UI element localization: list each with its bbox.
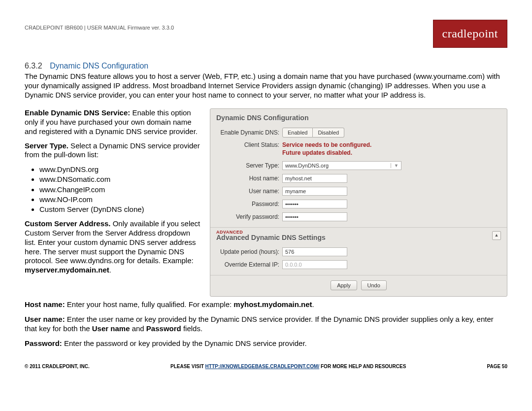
footer-link[interactable]: HTTP://KNOWLEDGEBASE.CRADLEPOINT.COM/ <box>205 364 320 369</box>
disabled-button[interactable]: Disabled <box>313 128 344 137</box>
collapse-icon[interactable]: ▲ <box>492 231 501 240</box>
user-name-desc: User name: Enter the user name or key pr… <box>25 314 507 334</box>
provider-list: www.DynDNS.org www.DNSomatic.com www.Cha… <box>39 165 201 214</box>
panel-title: Dynamic DNS Configuration <box>210 109 507 126</box>
footer-help: PLEASE VISIT HTTP://KNOWLEDGEBASE.CRADLE… <box>170 364 406 369</box>
server-type-desc: Server Type. Select a Dynamic DNS servic… <box>25 141 201 160</box>
override-ip-input[interactable]: 0.0.0.0 <box>282 260 347 269</box>
config-panel: Dynamic DNS Configuration Enable Dynamic… <box>210 108 507 297</box>
footer-copyright: © 2011 CRADLEPOINT, INC. <box>25 364 90 369</box>
section-number: 6.3.2 <box>25 62 42 70</box>
advanced-title: Advanced Dynamic DNS Settings <box>216 234 326 241</box>
server-type-select[interactable]: www.DynDNS.org ▼ <box>282 161 401 170</box>
user-name-label: User name: <box>216 188 282 195</box>
client-status-value: Service needs to be configured. <box>282 141 371 148</box>
chevron-down-icon: ▼ <box>391 163 399 168</box>
section-title: Dynamic DNS Configuration <box>50 62 148 70</box>
enable-desc: Enable Dynamic DNS Service: Enable this … <box>25 108 201 136</box>
user-name-input[interactable]: myname <box>282 187 347 196</box>
custom-server-desc: Custom Server Address. Only available if… <box>25 219 201 275</box>
list-item: www.DynDNS.org <box>39 165 201 174</box>
password-desc: Password: Enter the password or key prov… <box>25 339 507 348</box>
intro-paragraph: The Dynamic DNS feature allows you to ho… <box>25 72 507 100</box>
footer-page: PAGE 50 <box>487 364 507 369</box>
undo-button[interactable]: Undo <box>361 280 387 290</box>
list-item: Custom Server (DynDNS clone) <box>39 205 201 214</box>
list-item: www.DNSomatic.com <box>39 174 201 184</box>
client-status-label: Client Status: <box>216 141 282 148</box>
verify-password-input[interactable]: ••••••• <box>282 212 347 221</box>
list-item: www.NO-IP.com <box>39 195 201 205</box>
host-name-input[interactable]: myhost.net <box>282 174 347 183</box>
update-period-input[interactable]: 576 <box>282 247 347 256</box>
manual-header: CRADLEPOINT IBR600 | USER MANUAL Firmwar… <box>25 20 174 31</box>
verify-password-label: Verify password: <box>216 213 282 220</box>
update-period-label: Update period (hours): <box>216 248 282 255</box>
password-label: Password: <box>216 201 282 207</box>
server-type-label: Server Type: <box>216 162 282 169</box>
apply-button[interactable]: Apply <box>331 280 357 290</box>
host-name-label: Host name: <box>216 175 282 182</box>
host-name-desc: Host name: Enter your host name, fully q… <box>25 300 507 309</box>
override-ip-label: Override External IP: <box>216 261 282 268</box>
enable-ddns-label: Enable Dynamic DNS: <box>216 129 282 136</box>
enabled-button[interactable]: Enabled <box>282 128 313 137</box>
password-input[interactable]: ••••••• <box>282 200 347 208</box>
list-item: www.ChangeIP.com <box>39 185 201 195</box>
client-status-value-2: Future updates disabled. <box>210 149 507 156</box>
brand-logo: cradlepoint <box>433 20 507 48</box>
